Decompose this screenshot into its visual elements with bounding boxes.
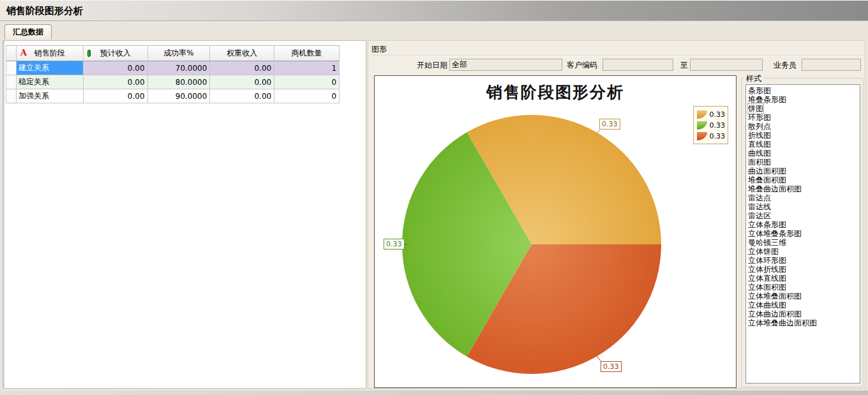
- column-header-label: 商机数量: [292, 48, 322, 59]
- style-option-selected[interactable]: 饼图: [748, 104, 763, 113]
- table-row[interactable]: 加强关系 0.00 90.0000 0.00 0: [6, 89, 340, 103]
- legend-swatch-red-icon: [697, 132, 707, 140]
- column-header-weighted[interactable]: 权重收入: [210, 46, 274, 61]
- style-option[interactable]: 立体曲线图: [748, 301, 859, 309]
- chart-legend: 0.33 0.33 0.33: [693, 106, 728, 144]
- style-option[interactable]: 立体直线图: [748, 274, 859, 283]
- expected-cell[interactable]: 0.00: [84, 75, 148, 89]
- style-option[interactable]: 立体堆叠条形图: [748, 229, 859, 238]
- column-header-count[interactable]: 商机数量: [274, 46, 340, 61]
- style-option[interactable]: 曼哈顿三维: [748, 238, 859, 247]
- legend-entry: 0.33: [697, 109, 725, 120]
- row-selector[interactable]: [6, 61, 17, 75]
- style-option[interactable]: 立体堆叠曲边面积图: [748, 318, 859, 327]
- legend-value: 0.33: [710, 110, 726, 119]
- legend-swatch-green-icon: [697, 121, 707, 130]
- chart-style-list[interactable]: 条形图 堆叠条形图 饼图 环形图 散列点 折线图 直线图 曲线图 面积图 曲边面…: [745, 84, 860, 384]
- style-option[interactable]: 曲线图: [748, 149, 859, 158]
- weighted-cell[interactable]: 0.00: [210, 61, 274, 75]
- start-date-label: 开始日期: [394, 60, 447, 71]
- style-option[interactable]: 环形图: [748, 113, 859, 122]
- customer-code-to-input[interactable]: [690, 59, 763, 71]
- stage-cell[interactable]: 建立关系: [17, 61, 84, 75]
- pie-chart: [375, 76, 737, 389]
- column-header-success[interactable]: 成功率%: [148, 46, 211, 61]
- style-option[interactable]: 雷达线: [748, 202, 859, 211]
- row-selector-header: [6, 46, 17, 61]
- sales-stage-table: A 销售阶段 预计收入 成功率% 权重收入 商机数量: [6, 45, 340, 103]
- stage-cell[interactable]: 加强关系: [17, 89, 84, 103]
- pie-label-red: 0.33: [601, 361, 622, 372]
- style-option[interactable]: 立体条形图: [748, 220, 859, 229]
- style-option[interactable]: 面积图: [748, 158, 859, 167]
- style-option[interactable]: 立体堆叠面积图: [748, 292, 859, 301]
- page-title: 销售阶段图形分析: [6, 5, 83, 17]
- style-option[interactable]: 曲边面积图: [748, 167, 859, 175]
- tab-summary-data[interactable]: 汇总数据: [4, 24, 52, 39]
- success-cell[interactable]: 90.0000: [148, 89, 211, 103]
- legend-value: 0.33: [710, 132, 726, 140]
- salesman-input[interactable]: [802, 59, 861, 71]
- style-option[interactable]: 雷达区: [748, 211, 859, 220]
- legend-value: 0.33: [710, 121, 726, 130]
- table-header-row: A 销售阶段 预计收入 成功率% 权重收入 商机数量: [6, 46, 340, 61]
- legend-swatch-orange-icon: [697, 110, 707, 119]
- style-option[interactable]: 立体面积图: [748, 283, 859, 292]
- customer-code-input[interactable]: [602, 59, 673, 71]
- style-option[interactable]: 堆叠曲边面积图: [748, 184, 859, 193]
- column-header-label: 权重收入: [227, 48, 257, 59]
- style-option[interactable]: 立体环形图: [748, 256, 859, 265]
- style-option[interactable]: 雷达点: [748, 193, 859, 202]
- salesman-label: 业务员: [774, 60, 797, 71]
- column-header-expected[interactable]: 预计收入: [84, 46, 148, 61]
- style-option[interactable]: 条形图: [748, 86, 859, 95]
- success-cell[interactable]: 70.0000: [148, 61, 211, 75]
- content-area: A 销售阶段 预计收入 成功率% 权重收入 商机数量: [0, 39, 868, 391]
- style-option[interactable]: 立体折线图: [748, 265, 859, 274]
- column-header-label: 成功率%: [163, 48, 193, 59]
- graph-panel-caption: 图形: [370, 43, 864, 56]
- style-option[interactable]: 散列点: [748, 122, 859, 131]
- count-cell[interactable]: 1: [274, 61, 340, 75]
- row-selector[interactable]: [6, 75, 17, 89]
- style-option[interactable]: 立体曲边面积图: [748, 309, 859, 318]
- legend-entry: 0.33: [697, 131, 725, 142]
- row-selector[interactable]: [6, 89, 17, 103]
- style-option[interactable]: 堆叠面积图: [748, 175, 859, 184]
- titlebar: 销售阶段图形分析: [0, 0, 868, 21]
- summary-table-panel: A 销售阶段 预计收入 成功率% 权重收入 商机数量: [3, 40, 366, 389]
- graph-panel: 图形 开始日期 客户编码 至 业务员 销售阶段图形分析: [368, 40, 865, 389]
- to-label: 至: [680, 60, 688, 71]
- weighted-cell[interactable]: 0.00: [210, 75, 274, 89]
- style-option[interactable]: 直线图: [748, 140, 859, 149]
- chart-area: 销售阶段图形分析: [374, 75, 737, 388]
- style-option[interactable]: 立体饼图: [748, 247, 859, 256]
- bottom-strip: [0, 391, 868, 395]
- count-cell[interactable]: 0: [274, 75, 340, 89]
- numeric-column-icon: [87, 50, 91, 57]
- table-row[interactable]: 稳定关系 0.00 80.0000 0.00 0: [6, 75, 340, 89]
- style-option[interactable]: 折线图: [748, 131, 859, 140]
- expected-cell[interactable]: 0.00: [84, 89, 148, 103]
- filter-row: 开始日期 客户编码 至 业务员: [368, 57, 866, 73]
- legend-entry: 0.33: [697, 120, 725, 131]
- expected-cell[interactable]: 0.00: [84, 61, 148, 75]
- success-cell[interactable]: 80.0000: [148, 75, 211, 89]
- style-option[interactable]: 堆叠条形图: [748, 95, 859, 104]
- pie-label-orange: 0.33: [599, 119, 620, 130]
- customer-code-label: 客户编码: [567, 60, 597, 71]
- text-column-icon: A: [20, 48, 27, 57]
- column-header-stage[interactable]: A 销售阶段: [17, 46, 84, 61]
- start-date-input[interactable]: [449, 59, 562, 71]
- weighted-cell[interactable]: 0.00: [210, 89, 274, 103]
- style-groupbox-caption: 样式: [744, 73, 763, 84]
- table-row[interactable]: 建立关系 0.00 70.0000 0.00 1: [6, 61, 340, 75]
- column-header-label: 销售阶段: [34, 48, 65, 59]
- stage-cell[interactable]: 稳定关系: [17, 75, 84, 89]
- count-cell[interactable]: 0: [274, 89, 340, 103]
- column-header-label: 预计收入: [100, 48, 131, 59]
- tab-strip: 汇总数据: [0, 22, 868, 39]
- style-groupbox: 样式 条形图 堆叠条形图 饼图 环形图 散列点 折线图 直线图 曲线图 面积图 …: [741, 78, 864, 387]
- pie-label-green: 0.33: [384, 239, 405, 250]
